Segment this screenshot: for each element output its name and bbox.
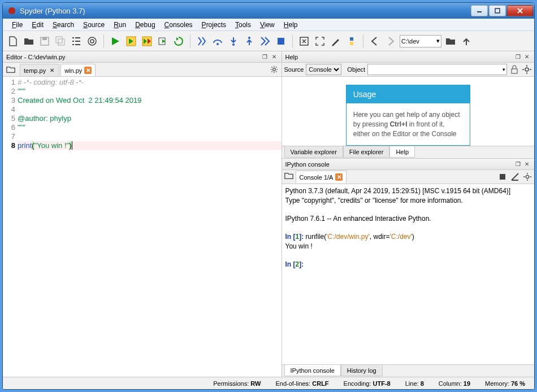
editor-tab-row: temp.py ✕ win.py ✕ bbox=[3, 63, 282, 77]
parent-dir-icon[interactable] bbox=[460, 34, 473, 48]
interrupt-icon[interactable] bbox=[498, 172, 507, 181]
help-bottom-tabs: Variable explorerFile explorerHelp bbox=[282, 146, 535, 158]
tab-history-log[interactable]: History log bbox=[341, 365, 383, 376]
new-file-icon[interactable] bbox=[6, 34, 20, 48]
spyder-icon bbox=[7, 6, 16, 15]
undock-icon[interactable]: ❐ bbox=[261, 53, 269, 61]
editor-options-icon[interactable] bbox=[269, 64, 279, 75]
console-browse-icon[interactable] bbox=[284, 171, 293, 182]
close-icon[interactable]: ✕ bbox=[335, 173, 343, 181]
run-cell-icon[interactable] bbox=[124, 34, 138, 48]
close-icon[interactable]: ✕ bbox=[48, 67, 55, 74]
menu-help[interactable]: Help bbox=[280, 20, 301, 30]
svg-rect-1 bbox=[477, 11, 482, 12]
menu-projects[interactable]: Projects bbox=[198, 20, 229, 30]
outline-icon[interactable] bbox=[70, 34, 83, 48]
python-path-icon[interactable] bbox=[345, 34, 358, 48]
svg-rect-4 bbox=[42, 37, 47, 40]
svg-rect-20 bbox=[500, 174, 505, 180]
forward-icon[interactable] bbox=[384, 34, 397, 48]
ipython-console[interactable]: Python 3.7.3 (default, Apr 24 2019, 15:2… bbox=[282, 184, 535, 364]
close-icon[interactable]: ✕ bbox=[84, 67, 92, 74]
console-text: Type "copyright", "credits" or "license"… bbox=[285, 196, 531, 205]
rerun-icon[interactable] bbox=[172, 34, 185, 48]
help-source-label: Source bbox=[284, 66, 304, 73]
lock-icon[interactable] bbox=[509, 64, 519, 75]
console-in-2: In [2]: bbox=[285, 260, 531, 269]
tab-win-label: win.py bbox=[64, 67, 82, 74]
console-output: You win ! bbox=[285, 242, 531, 251]
back-icon[interactable] bbox=[368, 34, 382, 48]
tab-help[interactable]: Help bbox=[389, 146, 415, 158]
menu-source[interactable]: Source bbox=[80, 20, 108, 30]
run-icon[interactable] bbox=[109, 34, 122, 48]
console-in-1: In [1]: runfile('C:/dev/win.py', wdir='C… bbox=[285, 232, 531, 241]
menu-view[interactable]: View bbox=[257, 20, 278, 30]
code-editor[interactable]: 12345678 # -*- coding: utf-8 -*-"""Creat… bbox=[3, 77, 282, 377]
close-button[interactable] bbox=[507, 5, 533, 16]
tab-variable-explorer[interactable]: Variable explorer bbox=[284, 146, 343, 158]
save-icon[interactable] bbox=[38, 34, 51, 48]
maximize-button[interactable] bbox=[489, 5, 506, 16]
close-pane-icon[interactable]: ✕ bbox=[523, 160, 531, 168]
tab-temp[interactable]: temp.py ✕ bbox=[20, 64, 59, 76]
tab-file-explorer[interactable]: File explorer bbox=[343, 146, 390, 158]
open-file-icon[interactable] bbox=[22, 34, 36, 48]
help-pane-header: Help ❐ ✕ bbox=[282, 51, 535, 63]
file-browse-icon[interactable] bbox=[5, 64, 16, 75]
help-object-input[interactable]: ▾ bbox=[367, 64, 507, 75]
undock-icon[interactable]: ❐ bbox=[514, 160, 522, 168]
close-pane-icon[interactable]: ✕ bbox=[270, 53, 278, 61]
help-object-label: Object bbox=[347, 66, 365, 73]
svg-point-8 bbox=[90, 40, 94, 43]
minimize-button[interactable] bbox=[471, 5, 488, 16]
stop-debug-icon[interactable] bbox=[274, 34, 288, 48]
tab-win[interactable]: win.py ✕ bbox=[60, 64, 96, 76]
menu-tools[interactable]: Tools bbox=[232, 20, 254, 30]
undock-icon[interactable]: ❐ bbox=[514, 53, 522, 61]
run-selection-icon[interactable] bbox=[156, 34, 170, 48]
svg-rect-6 bbox=[58, 39, 64, 45]
svg-point-17 bbox=[272, 68, 275, 71]
fullscreen-icon[interactable] bbox=[313, 34, 327, 48]
menubar: FileEditSearchSourceRunDebugConsolesProj… bbox=[3, 19, 534, 31]
debug-icon[interactable] bbox=[195, 34, 209, 48]
svg-point-19 bbox=[525, 68, 529, 71]
svg-rect-18 bbox=[512, 69, 517, 73]
run-cell-advance-icon[interactable] bbox=[140, 34, 154, 48]
tab-ipython-console[interactable]: IPython console bbox=[284, 365, 341, 376]
titlebar: Spyder (Python 3.7) bbox=[3, 3, 534, 19]
clear-icon[interactable] bbox=[510, 172, 519, 181]
window-title: Spyder (Python 3.7) bbox=[20, 7, 471, 15]
working-dir-text: C:\dev bbox=[401, 38, 419, 45]
browse-dir-icon[interactable] bbox=[444, 34, 457, 48]
svg-point-12 bbox=[216, 43, 219, 45]
at-icon[interactable] bbox=[85, 34, 99, 48]
console-options-icon[interactable] bbox=[523, 172, 532, 181]
help-source-select[interactable]: Console bbox=[306, 64, 341, 75]
menu-search[interactable]: Search bbox=[49, 20, 77, 30]
editor-pane-header: Editor - C:\dev\win.py ❐ ✕ bbox=[3, 51, 282, 63]
menu-file[interactable]: File bbox=[8, 20, 26, 30]
console-tab[interactable]: Console 1/A ✕ bbox=[296, 171, 347, 183]
menu-edit[interactable]: Edit bbox=[28, 20, 47, 30]
menu-run[interactable]: Run bbox=[110, 20, 129, 30]
statusbar: Permissions: RW End-of-lines: CRLF Encod… bbox=[3, 377, 534, 389]
svg-point-7 bbox=[88, 37, 96, 45]
console-text: Python 3.7.3 (default, Apr 24 2019, 15:2… bbox=[285, 186, 531, 195]
menu-debug[interactable]: Debug bbox=[132, 20, 158, 30]
help-options-icon[interactable] bbox=[522, 64, 532, 75]
step-into-icon[interactable] bbox=[227, 34, 240, 48]
step-out-icon[interactable] bbox=[242, 34, 256, 48]
working-dir-input[interactable]: C:\dev ▾ bbox=[400, 35, 441, 47]
ipython-pane-title: IPython console bbox=[285, 161, 513, 168]
ipython-pane-header: IPython console ❐ ✕ bbox=[282, 159, 535, 170]
save-all-icon[interactable] bbox=[54, 34, 67, 48]
maximize-pane-icon[interactable] bbox=[297, 34, 311, 48]
continue-icon[interactable] bbox=[258, 34, 272, 48]
preferences-icon[interactable] bbox=[329, 34, 343, 48]
svg-rect-2 bbox=[495, 8, 500, 13]
menu-consoles[interactable]: Consoles bbox=[161, 20, 196, 30]
step-over-icon[interactable] bbox=[211, 34, 224, 48]
close-pane-icon[interactable]: ✕ bbox=[523, 53, 531, 61]
